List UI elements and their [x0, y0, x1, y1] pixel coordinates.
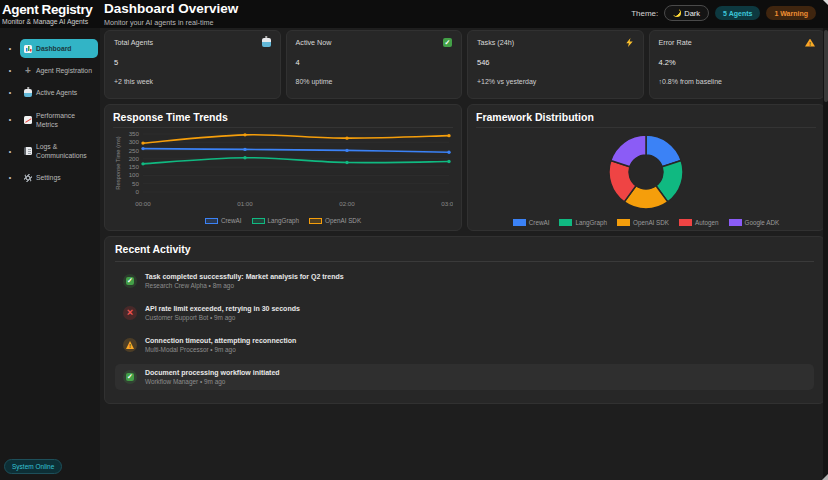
- response-time-line-chart[interactable]: 05010015020025030035000:0001:0002:0003:0…: [113, 130, 453, 212]
- stats-row: Total Agents 5 +2 this week Active Now 4…: [104, 30, 825, 99]
- legend-item[interactable]: Google ADK: [729, 219, 780, 226]
- sidebar-item-label: Agent Registration: [36, 66, 92, 75]
- window-resize-corner-top: [823, 0, 828, 5]
- activity-meta: Multi-Modal Processor • 9m ago: [145, 346, 296, 353]
- notebook-icon: [24, 147, 32, 155]
- bolt-icon: [626, 38, 634, 47]
- theme-button-label: Dark: [684, 9, 700, 18]
- x-mark-icon: [126, 309, 134, 317]
- robot-icon: [24, 89, 32, 97]
- activity-meta: Workflow Manager • 9m ago: [145, 378, 280, 385]
- app-subtitle: Monitor & Manage AI Agents: [2, 18, 100, 25]
- legend-swatch: [252, 218, 265, 224]
- legend-swatch: [513, 219, 526, 226]
- framework-donut-chart[interactable]: [476, 130, 816, 214]
- activity-message: Document processing workflow initiated: [145, 369, 280, 376]
- legend-swatch: [729, 219, 742, 226]
- agents-count-badge: 5 Agents: [715, 6, 760, 20]
- warning-icon: [805, 39, 815, 47]
- page-header-right: Theme: Dark 5 Agents 1 Warning: [631, 5, 816, 21]
- main-content: Total Agents 5 +2 this week Active Now 4…: [100, 28, 828, 480]
- activity-list-item[interactable]: Document processing workflow initiated W…: [115, 364, 814, 390]
- theme-toggle-button[interactable]: Dark: [664, 5, 709, 21]
- stat-value: 4: [296, 58, 453, 67]
- chart-line-icon: [24, 116, 32, 124]
- svg-text:100: 100: [129, 171, 140, 178]
- svg-text:250: 250: [129, 147, 140, 154]
- bullet: •: [0, 45, 20, 52]
- svg-text:01:00: 01:00: [237, 200, 253, 207]
- svg-text:0: 0: [136, 188, 140, 195]
- legend-item[interactable]: LangGraph: [252, 217, 300, 224]
- legend-label: OpenAI SDK: [633, 219, 669, 226]
- activity-meta: Customer Support Bot • 9m ago: [145, 314, 300, 321]
- stat-title: Error Rate: [659, 38, 692, 47]
- chart-title: Framework Distribution: [476, 111, 816, 128]
- plus-icon: [24, 67, 32, 75]
- chart-title: Response Time Trends: [113, 111, 453, 128]
- stat-title: Total Agents: [114, 38, 153, 47]
- activity-message: Connection timeout, attempting reconnect…: [145, 337, 296, 344]
- activity-list-item[interactable]: Task completed successfully: Market anal…: [115, 268, 814, 294]
- bullet: •: [0, 67, 20, 74]
- page-subtitle: Monitor your AI agents in real-time: [104, 18, 238, 27]
- line-chart-legend: CrewAILangGraphOpenAI SDK: [113, 217, 453, 224]
- recent-activity-title: Recent Activity: [115, 243, 814, 262]
- sidebar-item-performance-metrics[interactable]: • Performance Metrics: [0, 106, 98, 134]
- moon-icon: [673, 9, 681, 17]
- svg-text:350: 350: [129, 130, 140, 137]
- sidebar-item-dashboard[interactable]: • Dashboard: [0, 39, 98, 58]
- legend-label: LangGraph: [575, 219, 607, 226]
- legend-item[interactable]: CrewAI: [513, 219, 550, 226]
- sidebar-item-label: Dashboard: [36, 44, 72, 53]
- stat-card-error-rate: Error Rate 4.2% ↑0.8% from baseline: [649, 30, 826, 99]
- error-status-icon: [123, 306, 137, 320]
- legend-item[interactable]: Autogen: [679, 219, 718, 226]
- page-title: Dashboard Overview: [104, 1, 238, 16]
- legend-label: Google ADK: [745, 219, 780, 226]
- check-icon: [443, 38, 452, 47]
- svg-text:50: 50: [132, 180, 139, 187]
- success-status-icon: [123, 370, 137, 384]
- activity-meta: Research Crew Alpha • 8m ago: [145, 282, 344, 289]
- activity-list-item[interactable]: API rate limit exceeded, retrying in 30 …: [115, 300, 814, 326]
- page-header-left: Dashboard Overview Monitor your AI agent…: [104, 1, 238, 27]
- legend-item[interactable]: OpenAI SDK: [617, 219, 669, 226]
- sidebar-item-active-agents[interactable]: • Active Agents: [0, 83, 98, 102]
- stat-title: Active Now: [296, 38, 332, 47]
- legend-label: CrewAI: [221, 217, 242, 224]
- stat-title: Tasks (24h): [477, 38, 514, 47]
- robot-icon: [262, 38, 271, 47]
- gear-icon: [24, 174, 32, 182]
- stat-delta: +2 this week: [114, 78, 271, 85]
- stat-card-tasks-24h: Tasks (24h) 546 +12% vs yesterday: [467, 30, 644, 99]
- sidebar-item-settings[interactable]: • Settings: [0, 168, 98, 187]
- donut-chart-legend: CrewAILangGraphOpenAI SDKAutogenGoogle A…: [476, 219, 816, 226]
- warning-count-badge: 1 Warning: [766, 6, 816, 20]
- legend-label: LangGraph: [268, 217, 300, 224]
- legend-item[interactable]: LangGraph: [559, 219, 607, 226]
- legend-label: Autogen: [695, 219, 718, 226]
- legend-item[interactable]: OpenAI SDK: [309, 217, 361, 224]
- warning-icon: [126, 341, 134, 349]
- stat-value: 4.2%: [659, 58, 816, 67]
- svg-text:Response Time (ms): Response Time (ms): [115, 136, 121, 190]
- stat-value: 5: [114, 58, 271, 67]
- stat-card-active-now: Active Now 4 80% uptime: [286, 30, 463, 99]
- bullet: •: [0, 116, 20, 123]
- activity-list-item[interactable]: Connection timeout, attempting reconnect…: [115, 332, 814, 358]
- check-icon: [126, 373, 134, 381]
- stat-delta: +12% vs yesterday: [477, 78, 634, 85]
- success-status-icon: [123, 274, 137, 288]
- bullet: •: [0, 148, 20, 155]
- legend-swatch: [679, 219, 692, 226]
- sidebar-item-agent-registration[interactable]: • Agent Registration: [0, 61, 98, 80]
- app-brand: Agent Registry Monitor & Manage AI Agent…: [0, 0, 100, 28]
- legend-item[interactable]: CrewAI: [205, 217, 242, 224]
- check-icon: [126, 277, 134, 285]
- scrollbar-thumb[interactable]: [824, 30, 828, 102]
- sidebar-item-label: Settings: [36, 173, 61, 182]
- sidebar-item-logs-communications[interactable]: • Logs & Communications: [0, 137, 98, 165]
- svg-text:02:00: 02:00: [339, 200, 355, 207]
- stat-delta: ↑0.8% from baseline: [659, 78, 816, 85]
